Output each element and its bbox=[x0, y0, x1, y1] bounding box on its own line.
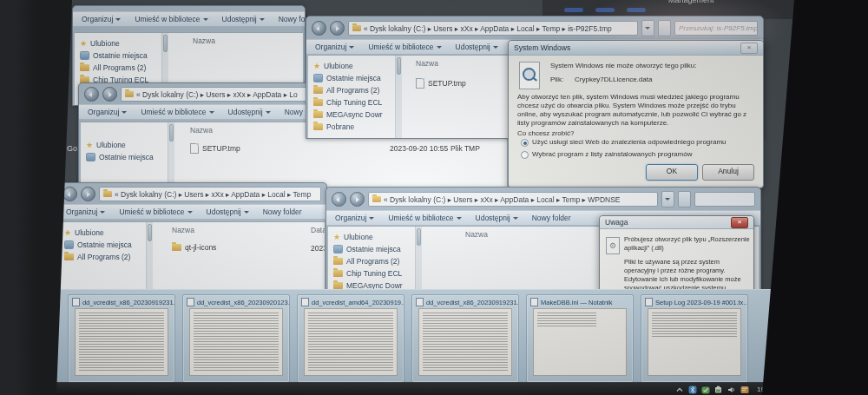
close-icon[interactable]: × bbox=[731, 217, 748, 228]
back-button[interactable] bbox=[62, 187, 77, 201]
organize-menu[interactable]: Organizuj bbox=[88, 108, 127, 116]
sidebar-item-recent[interactable]: Ostatnie miejsca bbox=[333, 243, 413, 255]
dialog-title: Uwaga bbox=[605, 218, 628, 227]
radio-choose-program-label[interactable]: Wybrać program z listy zainstalowanych p… bbox=[532, 150, 758, 159]
close-icon[interactable]: × bbox=[740, 43, 758, 54]
share-menu[interactable]: Udostępnij bbox=[456, 43, 498, 51]
include-in-library-menu[interactable]: Umieść w bibliotece bbox=[141, 108, 214, 116]
sidebar-item-folder[interactable]: Chip Tuning ECL bbox=[333, 267, 413, 280]
sidebar-item-favorites[interactable]: ★Ulubione bbox=[64, 227, 144, 239]
sidebar-item-recent[interactable]: Ostatnie miejsca bbox=[80, 49, 160, 62]
column-header-name[interactable]: Nazwa bbox=[190, 126, 213, 135]
forward-button[interactable] bbox=[350, 192, 365, 207]
explorer-toolbar: Organizuj Umieść w bibliotece Udostępnij… bbox=[57, 204, 326, 220]
organize-menu[interactable]: Organizuj bbox=[82, 15, 121, 23]
column-header-name[interactable]: Nazwa bbox=[416, 59, 438, 68]
file-row[interactable]: SETUP.tmp bbox=[416, 78, 466, 89]
new-folder-button[interactable]: Nowy fol bbox=[279, 15, 305, 23]
taskbar-clock[interactable]: 19:15 bbox=[753, 385, 778, 393]
share-menu[interactable]: Udostępnij bbox=[222, 15, 265, 23]
notepad-window[interactable]: MakeDBB.ini — Notatnik bbox=[526, 294, 634, 383]
search-input[interactable]: Przeszukaj: is-P92F5.tmp bbox=[674, 21, 758, 36]
sidebar-item-folder[interactable]: All Programs (2) bbox=[80, 62, 160, 74]
sidebar-item-favorites[interactable]: ★Ulubione bbox=[333, 231, 413, 243]
explorer-toolbar: Organizuj Umieść w bibliotece Udostępnij… bbox=[73, 11, 305, 27]
back-button[interactable] bbox=[332, 192, 346, 207]
forward-button[interactable] bbox=[81, 187, 95, 201]
include-in-library-menu[interactable]: Umieść w bibliotece bbox=[388, 214, 461, 222]
notepad-window[interactable]: dd_vcredist_x86_20230919231... bbox=[411, 294, 519, 383]
refresh-button[interactable] bbox=[658, 20, 671, 36]
new-folder-button[interactable]: Nowy bbox=[285, 108, 303, 116]
sidebar-item-folder[interactable]: All Programs (2) bbox=[313, 84, 393, 96]
back-button[interactable] bbox=[84, 87, 99, 102]
cancel-button[interactable]: Anuluj bbox=[702, 164, 754, 181]
new-folder-button[interactable]: Nowy folder bbox=[532, 214, 571, 222]
sidebar-item-downloads[interactable]: Pobrane bbox=[313, 121, 393, 133]
refresh-button[interactable] bbox=[678, 191, 691, 207]
search-input[interactable] bbox=[694, 192, 755, 207]
column-header-date[interactable]: Data bbox=[311, 226, 325, 234]
radio-web-service[interactable] bbox=[521, 139, 529, 147]
notepad-window[interactable]: dd_vcredist_amd64_20230919... bbox=[297, 294, 404, 383]
scrollbar[interactable] bbox=[395, 56, 402, 138]
column-header-name[interactable]: Nazwa bbox=[172, 226, 194, 234]
organize-menu[interactable]: Organizuj bbox=[335, 214, 374, 222]
back-button[interactable] bbox=[312, 21, 326, 36]
column-header-name[interactable]: Nazwa bbox=[465, 230, 488, 239]
notepad-window[interactable]: dd_vcredist_x86_20230919231... bbox=[68, 294, 175, 383]
sidebar-item-folder[interactable]: All Programs (2) bbox=[64, 251, 144, 263]
sidebar-item-folder[interactable]: Chip Tuning ECL bbox=[313, 96, 393, 109]
sidebar-item-folder[interactable]: MEGAsync Dowr bbox=[313, 109, 393, 121]
file-row[interactable]: SETUP.tmp bbox=[190, 143, 240, 154]
address-bar[interactable]: « Dysk lokalny (C:) ▸ Users ▸ xXx ▸ AppD… bbox=[348, 21, 638, 36]
column-header-name[interactable]: Nazwa bbox=[193, 36, 215, 45]
organize-menu[interactable]: Organizuj bbox=[315, 43, 354, 51]
share-menu[interactable]: Udostępnij bbox=[228, 108, 271, 116]
organize-menu[interactable]: Organizuj bbox=[66, 207, 105, 216]
sidebar-item-recent[interactable]: Ostatnie miejsca bbox=[64, 239, 144, 251]
scrollbar[interactable] bbox=[415, 227, 422, 292]
share-menu[interactable]: Udostępnij bbox=[207, 207, 249, 216]
sidebar-item-folder[interactable]: All Programs (2) bbox=[333, 255, 413, 267]
scrollbar[interactable] bbox=[168, 122, 174, 188]
uwaga-warning-dialog[interactable]: Uwaga × ⚙ Próbujesz otworzyć plik typu „… bbox=[599, 215, 754, 300]
address-dropdown-button[interactable] bbox=[641, 20, 654, 36]
share-menu[interactable]: Udostępnij bbox=[476, 214, 518, 222]
photo-of-screen: Management Go Organizuj Umieść w bibliot… bbox=[0, 0, 868, 395]
scrollbar[interactable] bbox=[146, 222, 153, 292]
volume-icon[interactable] bbox=[727, 385, 736, 394]
folder-row[interactable]: qt-jl-icons bbox=[172, 243, 216, 252]
notepad-window[interactable]: dd_vcredist_x86_20230920123... bbox=[182, 294, 290, 383]
radio-web-service-label[interactable]: Użyć usługi sieci Web do znalezienia odp… bbox=[532, 138, 758, 147]
forward-button[interactable] bbox=[330, 21, 345, 36]
notepad-title: dd_vcredist_x86_20230919231... bbox=[82, 299, 174, 306]
address-bar[interactable]: « Dysk lokalny (C:) ▸ Users ▸ xXx ▸ AppD… bbox=[368, 192, 658, 207]
bluetooth-icon[interactable] bbox=[688, 385, 697, 394]
new-folder-button[interactable]: Nowy folder bbox=[263, 207, 302, 216]
address-dropdown-button[interactable] bbox=[661, 191, 674, 207]
sidebar-item-favorites[interactable]: ★Ulubione bbox=[313, 60, 393, 72]
action-center-icon[interactable] bbox=[740, 385, 749, 394]
sidebar-item-recent[interactable]: Ostatnie miejsca bbox=[86, 151, 166, 163]
battery-icon[interactable] bbox=[714, 385, 723, 394]
taskbar[interactable]: 19:15 bbox=[56, 382, 794, 395]
forward-button[interactable] bbox=[102, 87, 117, 102]
include-in-library-menu[interactable]: Umieść w bibliotece bbox=[119, 207, 192, 216]
notepad-window[interactable]: Setup Log 2023-09-19 #001.tx... bbox=[641, 294, 748, 383]
star-icon: ★ bbox=[64, 229, 71, 237]
system-windows-dialog[interactable]: System Windows × System Windows nie może… bbox=[508, 40, 764, 188]
explorer-window-bottom-left[interactable]: « Dysk lokalny (C:) ▸ Users ▸ xXx ▸ AppD… bbox=[56, 182, 327, 293]
sync-status-icon[interactable] bbox=[701, 385, 710, 394]
sidebar-item-recent[interactable]: Ostatnie miejsca bbox=[313, 72, 393, 84]
hidden-icons-arrow[interactable] bbox=[675, 385, 684, 394]
remote-toolbar-buttons[interactable] bbox=[564, 8, 646, 12]
radio-choose-program[interactable] bbox=[521, 151, 529, 159]
include-in-library-menu[interactable]: Umieść w bibliotece bbox=[368, 43, 441, 51]
show-desktop-button[interactable] bbox=[782, 383, 789, 395]
address-bar[interactable]: « Dysk lokalny (C:) ▸ Users ▸ xXx ▸ AppD… bbox=[99, 187, 321, 201]
include-in-library-menu[interactable]: Umieść w bibliotece bbox=[135, 15, 207, 23]
sidebar-item-favorites[interactable]: ★Ulubione bbox=[80, 37, 160, 49]
sidebar-item-favorites[interactable]: ★Ulubione bbox=[86, 139, 166, 151]
ok-button[interactable]: OK bbox=[646, 164, 698, 181]
